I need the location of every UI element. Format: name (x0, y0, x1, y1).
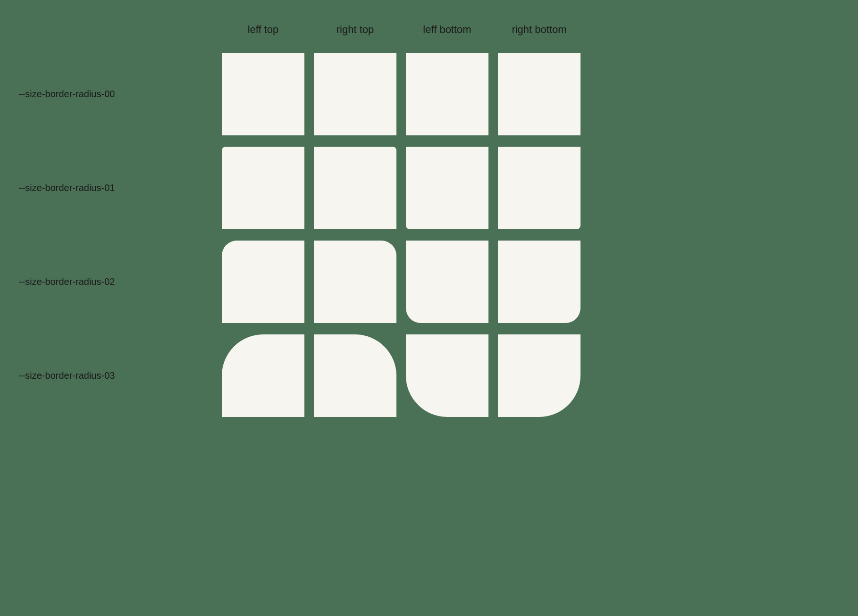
col-header-leff-bottom: leff bottom (401, 19, 493, 47)
cell-03-rt (309, 329, 401, 423)
shape-00-leff-top (222, 53, 304, 135)
shape-03-leff-top (222, 334, 304, 417)
shape-03-right-bottom (498, 334, 580, 417)
cell-00-rt (309, 47, 401, 141)
row-label-01: --size-border-radius-01 (19, 141, 217, 235)
cell-03-rb (493, 329, 585, 423)
shape-01-right-top (314, 147, 396, 229)
shape-03-right-top (314, 334, 396, 417)
cell-02-lt (217, 235, 309, 329)
row-label-00: --size-border-radius-00 (19, 47, 217, 141)
shape-02-leff-bottom (406, 241, 488, 323)
col-header-leff-top: leff top (217, 19, 309, 47)
shape-00-leff-bottom (406, 53, 488, 135)
cell-00-lt (217, 47, 309, 141)
col-header-right-bottom: right bottom (493, 19, 585, 47)
shape-03-leff-bottom (406, 334, 488, 417)
cell-01-rb (493, 141, 585, 235)
shape-00-right-bottom (498, 53, 580, 135)
page-container: leff top right top leff bottom right bot… (19, 19, 839, 423)
row-label-03: --size-border-radius-03 (19, 329, 217, 423)
cell-00-rb (493, 47, 585, 141)
col-header-right-top: right top (309, 19, 401, 47)
cell-01-lb (401, 141, 493, 235)
shape-02-leff-top (222, 241, 304, 323)
cell-02-lb (401, 235, 493, 329)
cell-01-rt (309, 141, 401, 235)
cell-02-rb (493, 235, 585, 329)
shape-02-right-bottom (498, 241, 580, 323)
shape-00-right-top (314, 53, 396, 135)
shape-01-right-bottom (498, 147, 580, 229)
header-empty-cell (19, 19, 217, 47)
cell-03-lt (217, 329, 309, 423)
row-label-02: --size-border-radius-02 (19, 235, 217, 329)
cell-02-rt (309, 235, 401, 329)
cell-03-lb (401, 329, 493, 423)
grid: leff top right top leff bottom right bot… (19, 19, 839, 423)
shape-01-leff-bottom (406, 147, 488, 229)
shape-02-right-top (314, 241, 396, 323)
cell-01-lt (217, 141, 309, 235)
cell-00-lb (401, 47, 493, 141)
shape-01-leff-top (222, 147, 304, 229)
